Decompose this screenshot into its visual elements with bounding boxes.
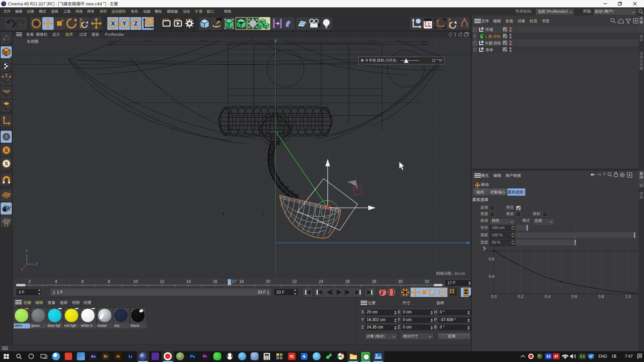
- svg-text:4.3: 4.3: [580, 355, 585, 358]
- svg-text:Y: Y: [122, 20, 126, 27]
- svg-text:0 F: 0 F: [19, 290, 24, 295]
- svg-text:0.2: 0.2: [518, 294, 524, 299]
- svg-text:||: ||: [267, 290, 269, 295]
- svg-text:S: S: [5, 134, 8, 139]
- svg-text:1 F: 1 F: [57, 290, 63, 295]
- svg-text:ENG: ENG: [598, 354, 607, 359]
- svg-text:||: ||: [53, 290, 55, 295]
- svg-text:47: 47: [554, 354, 558, 358]
- svg-text:0.8: 0.8: [598, 294, 604, 299]
- svg-text:0.6: 0.6: [572, 294, 577, 299]
- svg-text:S: S: [5, 161, 8, 166]
- svg-text:( ): ( ): [4, 221, 8, 226]
- svg-text:0.0: 0.0: [491, 294, 497, 299]
- svg-text:0.8: 0.8: [489, 257, 494, 261]
- svg-text:Y: Y: [25, 249, 28, 253]
- svg-text:P: P: [441, 290, 444, 295]
- svg-text:Z: Z: [36, 262, 38, 266]
- svg-text:33 F: 33 F: [276, 290, 284, 295]
- svg-text:0.4: 0.4: [489, 274, 494, 279]
- svg-text:7:47: 7:47: [625, 354, 633, 359]
- svg-text:X: X: [21, 268, 23, 272]
- svg-text:0.4: 0.4: [545, 294, 550, 299]
- svg-text:X: X: [111, 20, 115, 27]
- svg-text:53: 53: [546, 354, 550, 358]
- svg-text:1.0: 1.0: [625, 294, 631, 299]
- svg-text:Z: Z: [134, 20, 138, 27]
- svg-text:S: S: [5, 147, 8, 153]
- svg-text:33 F: 33 F: [258, 290, 266, 295]
